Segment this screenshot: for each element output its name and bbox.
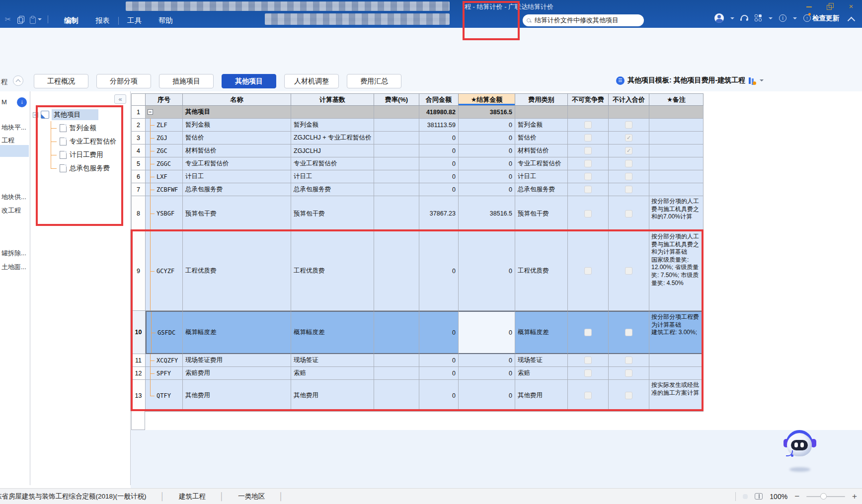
cell-contract-amount[interactable]: 381113.59: [419, 119, 459, 132]
tree-item-2[interactable]: 专业工程暂估价: [31, 135, 117, 148]
exclude-total-checkbox[interactable]: [625, 160, 632, 167]
row-number[interactable]: 4: [132, 144, 146, 157]
cell-name[interactable]: 总承包服务费: [183, 183, 291, 196]
cell-rate[interactable]: [374, 144, 419, 157]
collapse-panel-button[interactable]: «: [114, 94, 126, 104]
cell-contract-amount[interactable]: 0: [419, 157, 459, 170]
tree-item-4[interactable]: 总承包服务费: [31, 161, 117, 175]
cell-rate[interactable]: [374, 196, 419, 231]
cell-exclude-total[interactable]: [609, 196, 649, 231]
cut-icon[interactable]: ✂: [5, 15, 11, 24]
cell-rate[interactable]: [374, 367, 419, 380]
cell-fee-category[interactable]: 概算幅度差: [515, 311, 568, 354]
cell-rate[interactable]: [374, 170, 419, 183]
status-item-1[interactable]: 东省房屋建筑与装饰工程综合定额(2018)(一般计税): [0, 492, 147, 501]
cell-contract-amount[interactable]: 0: [419, 231, 459, 311]
cell-contract-amount[interactable]: 0: [419, 144, 459, 157]
menu-item-3[interactable]: 工具: [119, 14, 150, 27]
noncompete-checkbox[interactable]: [584, 267, 592, 275]
cell-contract-amount[interactable]: 37867.23: [419, 196, 459, 231]
layout-list-button[interactable]: [723, 494, 728, 499]
cell-remark[interactable]: 按分部分项工程费为计算基础 建筑工程: 3.00%;: [649, 311, 704, 354]
tab-2[interactable]: 分部分项: [96, 74, 151, 88]
user-avatar-icon[interactable]: [714, 13, 724, 23]
cell-exclude-total[interactable]: [609, 119, 649, 132]
tree-item-1[interactable]: 暂列金额: [31, 121, 117, 135]
cell-contract-amount[interactable]: 0: [419, 170, 459, 183]
cell-calc-base[interactable]: ZGJCLHJ: [291, 144, 374, 157]
template-dropdown-caret-icon[interactable]: [760, 79, 764, 81]
project-list-selected-row[interactable]: [0, 145, 29, 157]
menu-item-4[interactable]: 帮助: [150, 14, 181, 27]
noncompete-checkbox[interactable]: [584, 134, 592, 142]
tab-1[interactable]: 工程概况: [34, 74, 88, 88]
row-number[interactable]: 8: [132, 196, 146, 231]
zoom-in-button[interactable]: +: [852, 493, 857, 500]
row-number[interactable]: 3: [132, 132, 146, 144]
cell-calc-base[interactable]: 现场签证: [291, 354, 374, 367]
row-number[interactable]: 13: [132, 380, 146, 412]
project-list-item[interactable]: 地块供...: [1, 193, 26, 202]
noncompete-checkbox[interactable]: [584, 210, 592, 217]
exclude-total-checkbox[interactable]: [625, 173, 632, 180]
cell-code[interactable]: ZGJ: [146, 132, 183, 144]
apps-grid-icon[interactable]: [755, 14, 762, 22]
cell-noncompete[interactable]: [568, 367, 609, 380]
cell-remark[interactable]: [649, 367, 704, 380]
status-item-3[interactable]: 一类地区: [238, 492, 265, 501]
column-header-6[interactable]: ★结算金额: [459, 94, 515, 106]
cell-calc-base[interactable]: 暂列金额: [291, 119, 374, 132]
exclude-total-checkbox[interactable]: [625, 369, 632, 377]
collapse-ribbon-icon[interactable]: [848, 17, 856, 25]
collapse-circle-button[interactable]: [13, 75, 23, 86]
headset-support-icon[interactable]: [741, 15, 748, 21]
cell-fee-category[interactable]: 材料暂估价: [515, 144, 568, 157]
exclude-total-checkbox[interactable]: [625, 329, 632, 336]
noncompete-checkbox[interactable]: [584, 369, 592, 377]
cell-noncompete[interactable]: [568, 380, 609, 412]
cell-calc-base[interactable]: [291, 106, 374, 119]
cell-code[interactable]: ZLF: [146, 119, 183, 132]
apps-dropdown-caret-icon[interactable]: [769, 17, 773, 19]
cell-noncompete[interactable]: [568, 170, 609, 183]
noncompete-checkbox[interactable]: [584, 329, 592, 336]
cell-rate[interactable]: [374, 157, 419, 170]
cell-noncompete[interactable]: [568, 183, 609, 196]
column-header-1[interactable]: 序号: [146, 94, 183, 106]
noncompete-checkbox[interactable]: [584, 160, 592, 167]
cell-noncompete[interactable]: [568, 311, 609, 354]
cell-exclude-total[interactable]: [609, 380, 649, 412]
cell-contract-amount[interactable]: 0: [419, 183, 459, 196]
close-button[interactable]: ×: [847, 3, 855, 10]
cell-settlement-amount[interactable]: 0: [459, 157, 515, 170]
cell-remark[interactable]: [649, 157, 704, 170]
copy-icon[interactable]: [17, 16, 24, 23]
cell-fee-category[interactable]: 现场签证: [515, 354, 568, 367]
cell-fee-category[interactable]: 预算包干费: [515, 196, 568, 231]
cell-noncompete[interactable]: [568, 119, 609, 132]
column-header-3[interactable]: 计算基数: [291, 94, 374, 106]
noncompete-checkbox[interactable]: [584, 173, 592, 180]
cell-code[interactable]: LXF: [146, 170, 183, 183]
cell-settlement-amount[interactable]: 0: [459, 380, 515, 412]
row-number[interactable]: 2: [132, 119, 146, 132]
cell-name[interactable]: 计日工: [183, 170, 291, 183]
cell-settlement-amount[interactable]: 0: [459, 144, 515, 157]
cell-rate[interactable]: [374, 311, 419, 354]
tree-expand-icon[interactable]: [33, 112, 38, 118]
tab-6[interactable]: 费用汇总: [347, 74, 401, 88]
cell-code[interactable]: YSBGF: [146, 196, 183, 231]
column-header-4[interactable]: 费率(%): [374, 94, 419, 106]
tab-4[interactable]: 其他项目: [222, 74, 276, 88]
cell-exclude-total[interactable]: [609, 106, 649, 119]
cell-name[interactable]: 工程优质费: [183, 231, 291, 311]
cell-rate[interactable]: [374, 380, 419, 412]
cell-settlement-amount[interactable]: 0: [459, 183, 515, 196]
cell-calc-base[interactable]: 计日工: [291, 170, 374, 183]
cell-settlement-amount[interactable]: 0: [459, 231, 515, 311]
cell-remark[interactable]: [649, 170, 704, 183]
row-number[interactable]: 1: [132, 106, 146, 119]
tab-5[interactable]: 人材机调整: [284, 74, 339, 88]
column-header-2[interactable]: 名称: [183, 94, 291, 106]
cell-name[interactable]: 索赔费用: [183, 367, 291, 380]
